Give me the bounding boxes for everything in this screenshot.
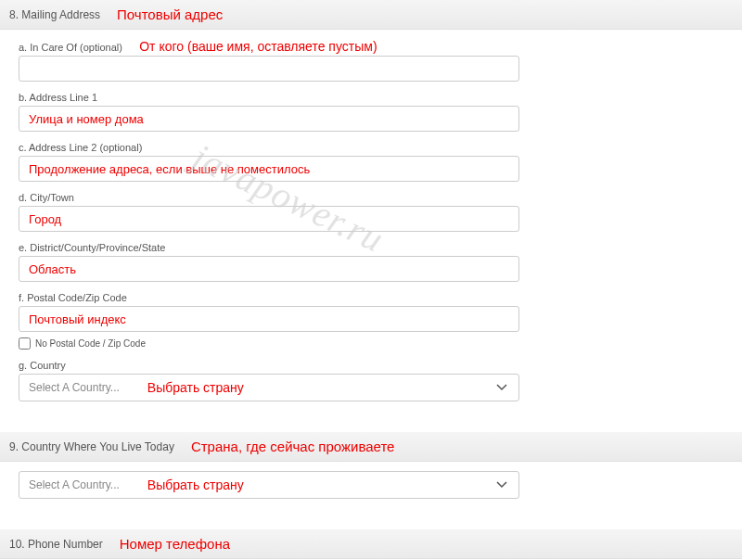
section-9-header: 9. Country Where You Live Today Страна, … (0, 432, 742, 462)
section-8-body: a. In Care Of (optional) От кого (ваше и… (0, 30, 742, 415)
field-country: g. Country Select A Country... Выбрать с… (19, 359, 723, 401)
select-country-live-placeholder: Select A Country... (29, 478, 120, 491)
select-country-annotation: Выбрать страну (147, 380, 244, 395)
label-country: g. Country (19, 360, 66, 371)
input-district[interactable] (19, 256, 519, 282)
input-in-care-of[interactable] (19, 56, 519, 82)
section-8-title: 8. Mailing Address (9, 8, 100, 21)
section-9-annotation: Страна, где сейчас проживаете (191, 439, 395, 454)
annotation-in-care-of: От кого (ваше имя, оставляете пустым) (139, 39, 377, 54)
chevron-down-icon (496, 478, 507, 491)
label-address-2: c. Address Line 2 (optional) (19, 142, 142, 153)
section-8-annotation: Почтовый адрес (117, 6, 223, 22)
field-postal: f. Postal Code/Zip Code No Postal Code /… (19, 291, 723, 350)
field-address-1: b. Address Line 1 (19, 91, 723, 132)
section-10-annotation: Номер телефона (120, 536, 230, 552)
field-city: d. City/Town (19, 191, 723, 232)
field-district: e. District/County/Province/State (19, 241, 723, 282)
no-postal-row: No Postal Code / Zip Code (19, 337, 723, 350)
select-country-live-annotation: Выбрать страну (147, 477, 244, 492)
input-postal[interactable] (19, 306, 519, 332)
section-10-header: 10. Phone Number Номер телефона (0, 529, 742, 559)
label-district: e. District/County/Province/State (19, 242, 165, 253)
section-8-header: 8. Mailing Address Почтовый адрес (0, 0, 742, 30)
section-9-body: Select A Country... Выбрать страну (0, 462, 742, 513)
section-9-title: 9. Country Where You Live Today (9, 440, 174, 453)
select-country[interactable]: Select A Country... Выбрать страну (19, 374, 519, 401)
section-10-title: 10. Phone Number (9, 538, 103, 551)
input-address-1[interactable] (19, 106, 519, 132)
no-postal-checkbox[interactable] (19, 337, 31, 350)
input-city[interactable] (19, 206, 519, 232)
select-country-placeholder: Select A Country... (29, 381, 120, 394)
label-in-care-of: a. In Care Of (optional) (19, 42, 122, 53)
select-country-live[interactable]: Select A Country... Выбрать страну (19, 471, 519, 499)
field-in-care-of: a. In Care Of (optional) От кого (ваше и… (19, 39, 723, 82)
label-postal: f. Postal Code/Zip Code (19, 292, 127, 303)
label-address-1: b. Address Line 1 (19, 92, 97, 103)
no-postal-label: No Postal Code / Zip Code (35, 338, 146, 349)
field-address-2: c. Address Line 2 (optional) (19, 141, 723, 182)
label-city: d. City/Town (19, 192, 74, 203)
chevron-down-icon (496, 381, 507, 394)
input-address-2[interactable] (19, 156, 519, 182)
